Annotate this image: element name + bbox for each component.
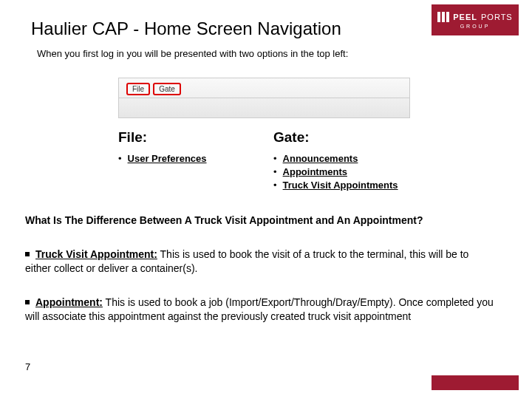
brand-name-2: PORTS: [481, 13, 513, 21]
intro-text: When you first log in you will be presen…: [37, 48, 348, 59]
brand-name-1: PEEL: [453, 13, 477, 21]
app-screenshot: File Gate: [118, 78, 410, 118]
square-bullet-icon: [25, 252, 30, 256]
menu-file-highlight: File: [126, 83, 150, 95]
brand-logo: PEEL PORTS GROUP: [432, 4, 519, 35]
page-title: Haulier CAP - Home Screen Navigation: [31, 18, 341, 39]
gate-item-label: Announcements: [283, 153, 358, 164]
logo-bars-icon: [437, 12, 449, 22]
gate-item: •Announcements: [273, 153, 436, 164]
gate-item-label: Appointments: [283, 166, 347, 177]
square-bullet-icon: [25, 300, 30, 304]
gate-item: •Appointments: [273, 166, 436, 177]
gate-column: Gate: •Announcements •Appointments •Truc…: [273, 129, 436, 193]
file-column: File: •User Preferences: [118, 129, 251, 193]
menu-gate-highlight: Gate: [153, 83, 181, 95]
gate-item: •Truck Visit Appointments: [273, 180, 436, 191]
para1-label: Truck Visit Appointment:: [35, 248, 157, 260]
para2-label: Appointment:: [35, 296, 103, 308]
gate-heading: Gate:: [273, 129, 436, 146]
file-heading: File:: [118, 129, 251, 146]
paragraph-appointment: Appointment: This is used to book a job …: [25, 296, 495, 324]
footer-brand-block: [432, 375, 519, 390]
brand-sub: GROUP: [460, 24, 491, 29]
question-heading: What Is The Difference Between A Truck V…: [25, 214, 423, 226]
page-number: 7: [25, 361, 30, 372]
file-item-label: User Preferences: [128, 153, 207, 164]
gate-item-label: Truck Visit Appointments: [283, 180, 398, 191]
paragraph-truck-visit: Truck Visit Appointment: This is used to…: [25, 248, 495, 276]
file-item: •User Preferences: [118, 153, 251, 164]
